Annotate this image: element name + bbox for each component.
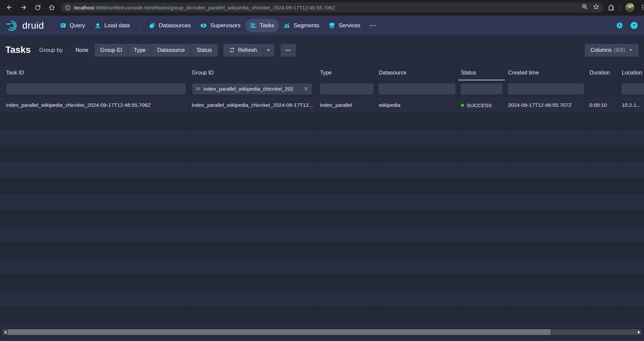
nav-more-button[interactable] [365,19,381,32]
cell-location: 10.2.1... [619,97,644,113]
column-header-type[interactable]: Type [317,65,376,81]
refresh-icon [229,47,235,53]
filter-value: index_parallel_wikipedia_chicnkei_202 [204,86,300,92]
zoom-page-icon[interactable] [581,3,588,11]
column-header-group-id[interactable]: Group ID [189,65,317,81]
filter-datasource[interactable] [379,84,455,94]
profile-avatar[interactable] [625,3,635,12]
druid-logo[interactable]: druid [6,19,44,32]
table-row[interactable]: index_parallel_wikipedia_chicnkei_2024-0… [0,97,644,113]
nav-item-load-data[interactable]: Load data [90,19,135,32]
filter-status[interactable] [461,84,502,94]
scroll-left-icon [4,331,6,334]
cell-type: index_parallel [317,97,376,113]
equals-icon [195,86,201,91]
horizontal-scrollbar[interactable] [3,329,641,335]
url-bar[interactable]: localhost:8888/unified-console.html#task… [61,2,604,12]
actions-more-button[interactable] [281,44,296,57]
nav-item-label: Load data [104,22,130,29]
filter-location[interactable] [622,84,644,94]
browser-forward-button[interactable] [17,1,30,13]
columns-label: Columns [591,47,612,53]
druid-navbar: druid Query Load data Datasources Superv… [0,15,644,35]
home-icon [48,4,55,11]
nav-item-segments[interactable]: Segments [279,19,324,32]
group-by-datasource-button[interactable]: Datasource [151,44,190,57]
help-button[interactable]: ? [630,22,638,29]
nav-item-label: Query [70,22,85,29]
columns-count: (8/8) [614,47,625,53]
nav-item-label: Supervisors [210,22,241,29]
toolbar-divider [620,4,620,11]
refresh-label: Refresh [238,47,257,53]
scroll-left-button[interactable] [3,329,8,335]
ellipsis-icon [285,47,291,53]
browser-reload-button[interactable] [32,1,44,13]
table-row-empty [0,307,644,323]
browser-home-button[interactable] [46,1,58,13]
nav-item-datasources[interactable]: Datasources [144,19,195,32]
table-filter-row: index_parallel_wikipedia_chicnkei_202 [0,81,644,97]
nav-item-label: Tasks [260,22,274,29]
cell-status: SUCCESS [458,97,505,113]
caret-down-icon [629,49,633,52]
load-data-icon [95,22,101,29]
filter-created-time[interactable] [508,84,584,94]
refresh-interval-button[interactable] [263,44,274,57]
column-header-location[interactable]: Location [619,65,644,81]
clear-filter-icon[interactable] [303,86,309,91]
column-header-created-time[interactable]: Created time [505,65,587,81]
cell-created-time: 2024-09-17T12:46:55.707Z [505,97,587,113]
table-row-empty [0,146,644,162]
settings-button[interactable] [616,22,623,29]
supervisors-icon [200,22,207,29]
filter-type[interactable] [320,84,373,94]
table-row-empty [0,259,644,275]
nav-item-tasks[interactable]: Tasks [245,19,279,32]
datasources-icon [149,22,155,29]
more-icon [369,23,377,29]
page-title: Tasks [5,45,31,55]
url-path: :8888/unified-console.html#tasks/group_i… [94,5,335,10]
scrollbar-thumb[interactable] [8,329,550,335]
nav-item-services[interactable]: Services [324,19,365,32]
column-header-duration[interactable]: Duration [587,65,619,81]
column-header-datasource[interactable]: Datasource [376,65,458,81]
browser-menu-icon[interactable] [640,4,644,10]
tasks-icon [250,22,256,29]
cell-task-id[interactable]: index_parallel_wikipedia_chicnkei_2024-0… [0,97,189,113]
group-by-button-group: None Group ID Type Datasource Status [70,44,218,57]
group-by-status-button[interactable]: Status [191,44,217,57]
table-row-empty [0,178,644,194]
table-row-empty [0,226,644,243]
nav-item-label: Services [338,22,360,29]
filter-group-id[interactable]: index_parallel_wikipedia_chicnkei_202 [192,84,312,94]
table-row-empty [0,162,644,178]
column-header-task-id[interactable]: Task ID [0,65,189,81]
cell-datasource: wikipedia [376,97,458,113]
status-text: SUCCESS [467,102,492,108]
group-by-none-button[interactable]: None [70,44,94,57]
caret-down-icon [266,49,271,52]
info-icon[interactable] [65,4,71,11]
filter-task-id[interactable] [7,84,185,94]
group-by-type-button[interactable]: Type [128,44,151,57]
refresh-button[interactable]: Refresh [223,44,263,57]
druid-logo-icon [6,19,19,32]
columns-button[interactable]: Columns (8/8) [585,44,639,57]
browser-back-button[interactable] [3,1,15,13]
extensions-icon[interactable] [608,4,615,11]
group-by-group-id-button[interactable]: Group ID [95,44,128,57]
status-dot [461,104,464,107]
query-icon [60,22,66,29]
scroll-right-button[interactable] [636,329,641,335]
nav-item-query[interactable]: Query [55,19,90,32]
cell-group-id: index_parallel_wikipedia_chicnkei_2024-0… [189,97,317,113]
bookmark-star-icon[interactable] [593,3,600,11]
browser-toolbar: localhost:8888/unified-console.html#task… [0,0,644,15]
column-header-status[interactable]: Status [458,65,505,81]
cell-duration: 0:00:10 [587,97,619,113]
nav-item-supervisors[interactable]: Supervisors [195,19,245,32]
table-header-row: Task ID Group ID Type Datasource Status … [0,65,644,81]
table-body-empty [0,113,644,329]
